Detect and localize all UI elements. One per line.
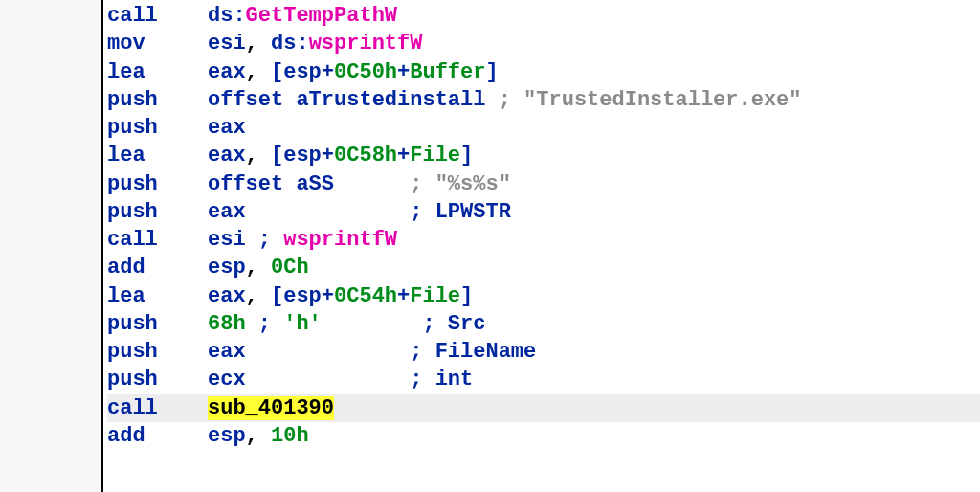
variable-name: File [410,284,460,308]
comment: ; "%s%s" [410,172,511,196]
asm-line: addesp, 0Ch [107,254,980,281]
mnemonic: add [107,422,208,450]
register: esi [208,228,246,252]
offset-literal: 0C54h [334,284,397,308]
variable-name: File [410,144,460,168]
register: ecx [208,368,246,391]
register: esp [283,60,322,84]
mnemonic: lea [107,282,208,310]
asm-line: callds:GetTempPathW [107,2,980,30]
register: eax [208,60,246,84]
asm-line: push68h ; 'h' ; Src [107,310,980,338]
asm-line-highlighted: callsub_401390 [107,394,980,422]
char-literal: 'h' [283,312,322,336]
register: esp [283,144,322,168]
mnemonic: push [107,366,208,393]
keyword: offset [208,88,283,112]
mnemonic: push [107,310,208,338]
mnemonic: add [107,254,208,281]
offset-literal: 0C58h [334,144,397,168]
register: esp [208,424,246,448]
asm-line: pushoffset aTrustedinstall ; "TrustedIns… [107,86,980,114]
comment: ; int [410,368,473,391]
register: esp [283,284,322,308]
identifier: aSS [296,172,334,196]
line-gutter [0,0,103,492]
number-literal: 68h [208,312,246,336]
register: esi [208,32,246,56]
mnemonic: push [107,86,208,114]
asm-line: pusheax [107,114,980,142]
register: esp [208,256,246,280]
mnemonic: mov [107,30,208,57]
asm-line: leaeax, [esp+0C54h+File] [107,282,980,310]
mnemonic: lea [107,58,208,86]
subroutine-ref[interactable]: sub_401390 [208,396,334,420]
mnemonic: lea [107,142,208,169]
disassembly-view: callds:GetTempPathW movesi, ds:wsprintfW… [105,0,980,492]
api-name: GetTempPathW [246,4,397,28]
api-name: wsprintfW [283,228,397,252]
mnemonic: push [107,170,208,198]
asm-line: leaeax, [esp+0C58h+File] [107,142,980,169]
asm-line: callesi ; wsprintfW [107,226,980,254]
asm-line: addesp, 10h [107,422,980,450]
identifier: aTrustedinstall [296,88,485,112]
offset-literal: 0C50h [334,60,397,84]
keyword: offset [208,172,283,196]
mnemonic: call [107,2,208,30]
mnemonic: push [107,198,208,226]
register: eax [208,116,246,140]
register: eax [208,284,246,308]
comment: ; FileName [410,340,536,364]
comment: ; Src [422,312,485,336]
asm-line: movesi, ds:wsprintfW [107,30,980,57]
segment-prefix: ds: [271,32,309,56]
asm-line: leaeax, [esp+0C50h+Buffer] [107,58,980,86]
asm-line: pusheax ; LPWSTR [107,198,980,226]
mnemonic: push [107,114,208,142]
comment: ; "TrustedInstaller.exe" [499,88,802,112]
mnemonic: call [107,394,208,422]
register: eax [208,200,246,224]
number-literal: 0Ch [271,256,309,280]
asm-line: pushoffset aSS ; "%s%s" [107,170,980,198]
segment-prefix: ds: [208,4,246,28]
variable-name: Buffer [410,60,485,84]
asm-line: pusheax ; FileName [107,338,980,366]
comment: ; LPWSTR [410,200,511,224]
register: eax [208,340,246,364]
api-name: wsprintfW [309,32,423,56]
number-literal: 10h [271,424,309,448]
asm-line: pushecx ; int [107,366,980,393]
mnemonic: call [107,226,208,254]
register: eax [208,144,246,168]
mnemonic: push [107,338,208,366]
